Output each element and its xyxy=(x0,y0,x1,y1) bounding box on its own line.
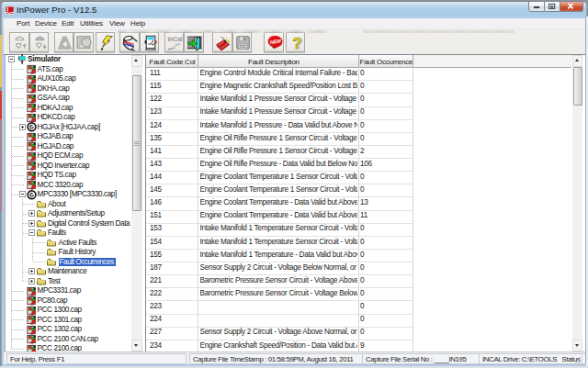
svg-text:InCal: InCal xyxy=(167,35,182,43)
svg-text:?: ? xyxy=(292,36,301,51)
